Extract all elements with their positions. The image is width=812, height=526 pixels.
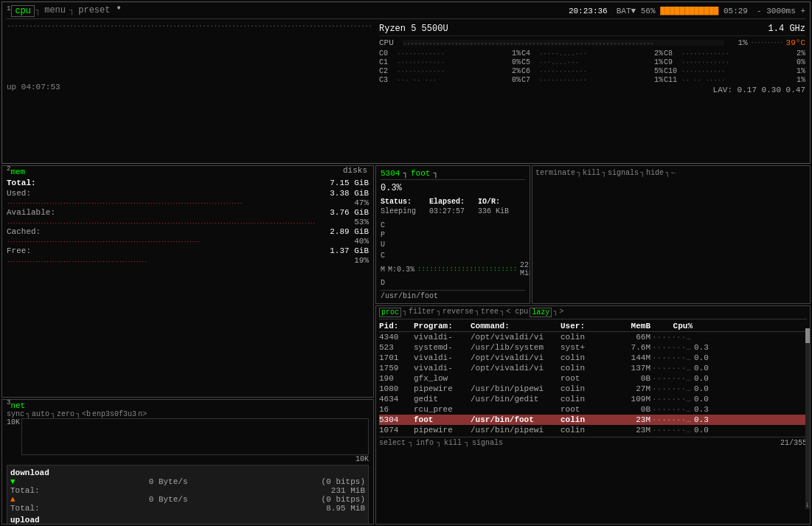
uptime-display: up 04:07:53 (7, 83, 373, 91)
table-row[interactable]: 4634 gedit /usr/bin/gedit colin 109M ···… (379, 394, 807, 404)
proc-kill-btn[interactable]: kill (444, 439, 462, 447)
proc-pid: 4634 (379, 395, 412, 404)
battery-display: BAT▼ 56% ████████████ 05:29 (617, 7, 748, 15)
table-row[interactable]: 1701 vivaldi- /opt/vivaldi/vi colin 144M… (379, 353, 807, 363)
proc-program: foot (414, 415, 469, 424)
net-download-section: download ▼ 0 Byte/s (0 bitps) Total: 231… (7, 465, 369, 525)
proc-cpu-bar: ········· (652, 405, 693, 414)
net-upload-total-label: Total: (10, 504, 40, 513)
proc-user: colin (561, 384, 608, 393)
proc-tab-right[interactable]: > (559, 308, 563, 317)
proc-cpu-bar: ········· (652, 343, 693, 352)
proc-action-tabs[interactable]: terminate ┐ kill ┐ signals ┐ hide ┐ ← (535, 169, 807, 177)
proc-cpu-pct: 0.0 (694, 384, 703, 393)
proc-mem-bar-row: M M:0.3% ::::::::::::::::::::::::: 22.6 … (381, 261, 525, 277)
net-download-rate: 0 Byte/s (149, 477, 188, 486)
tab-cpu[interactable]: cpu (11, 5, 35, 17)
proc-cpu-bar: ········· (652, 353, 693, 362)
proc-actions-panel: terminate ┐ kill ┐ signals ┐ hide ┐ ← (532, 165, 811, 304)
net-tab-next[interactable]: n> (138, 410, 147, 418)
net-tab-auto[interactable]: auto (32, 410, 49, 418)
cpu-model: Ryzen 5 5500U (379, 24, 448, 34)
proc-detail-cpu-pct: 0.3% (381, 183, 525, 193)
proc-cmd-row: /usr/bin/foot (381, 290, 525, 300)
proc-detail-stats: Status: Elapsed: IO/R: Sleeping 03:27:57… (381, 198, 525, 215)
proc-tab-tree[interactable]: tree (481, 308, 499, 317)
proc-command: /opt/vivaldi/vi (471, 353, 559, 362)
proc-user: colin (561, 395, 608, 404)
table-row[interactable]: 1074 pipewire /usr/bin/pipewi colin 23M … (379, 425, 807, 435)
proc-program: gedit (414, 395, 469, 404)
core-c10: C10 ··········· 1% (664, 67, 805, 75)
proc-hide-tab[interactable]: hide (646, 169, 664, 177)
table-row[interactable]: 1759 vivaldi- /opt/vivaldi/vi colin 137M… (379, 363, 807, 373)
proc-signals-btn[interactable]: signals (472, 439, 503, 447)
net-tab-zero[interactable]: zero (57, 410, 74, 418)
proc-p-label: P (381, 231, 395, 239)
proc-d-label: D (381, 279, 385, 287)
proc-program: vivaldi- (414, 364, 469, 373)
proc-pid: 16 (379, 405, 412, 414)
proc-detail-name: foot (411, 169, 430, 178)
proc-tab-lazy[interactable]: lazy (530, 308, 552, 317)
core-c9: C9 ············ 0% (664, 58, 805, 66)
proc-command (471, 374, 559, 383)
mem-used-label: Used: (7, 189, 31, 198)
table-row[interactable]: 16 rcu_pree root 0B ········· 0.3 (379, 404, 807, 415)
proc-c2-label: C (381, 252, 385, 260)
mem-free-value: 1.37 GiB (330, 246, 369, 255)
proc-tab-proc[interactable]: proc (379, 308, 401, 317)
table-row[interactable]: 1080 pipewire /usr/bin/pipewi colin 27M … (379, 384, 807, 394)
proc-rows-container: 4340 vivaldi- /opt/vivaldi/vi colin 66M … (379, 332, 807, 435)
proc-detail-border: ┐ (433, 169, 438, 178)
proc-scroll-down-arrow[interactable]: ↓ (805, 501, 810, 509)
mem-total-row: Total: 7.15 GiB (7, 178, 369, 188)
proc-command: /opt/vivaldi/vi (471, 333, 559, 342)
proc-back-tab[interactable]: ← (671, 169, 676, 177)
mem-available-value: 3.76 GiB (330, 208, 369, 217)
proc-kill-tab[interactable]: kill (583, 169, 600, 177)
proc-tab-cpu-sort[interactable]: < cpu (506, 308, 528, 317)
proc-user: colin (561, 333, 608, 342)
mem-available-label: Available: (7, 208, 55, 217)
net-upload-total-row: Total: 8.95 MiB (10, 504, 365, 513)
proc-detail-pid: 5304 (381, 169, 400, 178)
proc-actions-content (535, 177, 807, 236)
mem-available-pct: 53% (354, 218, 369, 226)
proc-command: /usr/bin/gedit (471, 395, 559, 404)
mem-cached-pct: 40% (354, 237, 369, 246)
proc-pid: 1759 (379, 364, 412, 373)
net-upload-total: 8.95 MiB (326, 504, 365, 513)
mem-cached-row: Cached: 2.89 GiB (7, 226, 369, 237)
proc-user: colin (561, 364, 608, 373)
proc-cpu-bar: ········· (652, 415, 693, 424)
proc-tab-filter[interactable]: filter (409, 308, 435, 317)
tab-preset[interactable]: preset (75, 5, 113, 17)
proc-select-btn[interactable]: select (379, 439, 406, 447)
table-row[interactable]: 523 systemd- /usr/lib/system syst+ 7.6M … (379, 342, 807, 353)
proc-cpu-bar: ········· (652, 364, 693, 373)
proc-signals-tab[interactable]: signals (608, 169, 639, 177)
table-row[interactable]: 190 gfx_low root 0B ········· 0.0 (379, 373, 807, 384)
proc-command: /usr/bin/pipewi (471, 426, 559, 435)
proc-info-btn[interactable]: info (416, 439, 434, 447)
proc-tab-reverse[interactable]: reverse (443, 308, 473, 317)
net-upload-rate: 0 Byte/s (149, 495, 188, 504)
table-row-selected[interactable]: 5304 foot /usr/bin/foot colin 23M ······… (379, 415, 807, 425)
tab-menu[interactable]: menu (41, 5, 69, 17)
proc-cpu-pct (694, 333, 703, 342)
mem-panel: 2mem disks Total: 7.15 GiB Used: 3.38 Gi… (1, 165, 374, 398)
net-upload-rate-row: ▲ 0 Byte/s (0 bitps) (10, 495, 365, 504)
net-upload-arrow: ▲ (10, 495, 15, 504)
proc-scrollbar[interactable]: ↓ (805, 328, 810, 509)
table-row[interactable]: 4340 vivaldi- /opt/vivaldi/vi colin 66M … (379, 332, 807, 342)
net-download-total-label: Total: (10, 486, 40, 495)
proc-detail-name-label: ┐ (403, 169, 408, 178)
proc-mem: 137M (610, 364, 650, 373)
proc-elapsed-value: 03:27:57 (429, 207, 476, 215)
net-tab-sync[interactable]: sync (7, 410, 24, 418)
net-tab-prev[interactable]: <b (82, 410, 91, 418)
proc-terminate-tab[interactable]: terminate (535, 169, 575, 177)
proc-mem: 0B (610, 374, 650, 383)
proc-header-program: Program: (414, 322, 469, 331)
